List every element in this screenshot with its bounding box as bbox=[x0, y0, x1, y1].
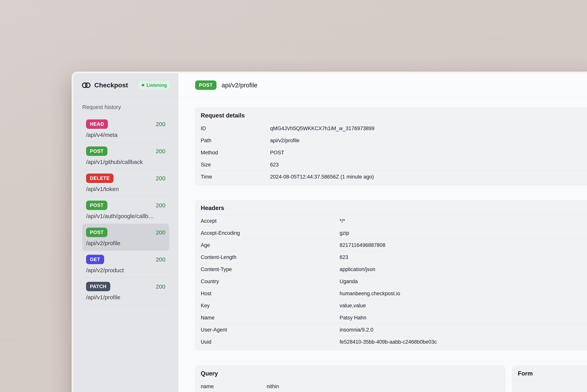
request-history-title: Request history bbox=[82, 104, 169, 110]
request-path: /api/v2/profile bbox=[86, 240, 165, 246]
query-rows: namenithinviewExtratrue bbox=[195, 380, 505, 392]
row-value: qMG4JVh5Q5WKKCX7h1iM_w_3176973899 bbox=[270, 126, 587, 132]
row-value: humanbeeng.checkpost.io bbox=[340, 291, 587, 296]
data-row: Pathapi/v2/profile bbox=[195, 134, 587, 146]
listening-badge: Listening bbox=[139, 81, 170, 90]
main-header: POST api/v2/profile bbox=[178, 73, 587, 97]
row-value: 623 bbox=[340, 254, 587, 260]
main-panel: POST api/v2/profile Request details IDqM… bbox=[178, 73, 587, 392]
query-card: Query namenithinviewExtratrue bbox=[195, 366, 505, 392]
badge-row: HEAD200 bbox=[86, 120, 165, 129]
data-row: NamePatsy Hahn bbox=[195, 312, 587, 324]
row-label: Key bbox=[201, 303, 340, 309]
row-value: fe528410-35bb-409b-aabb-c2468b0be03c bbox=[340, 339, 587, 345]
data-row: Size623 bbox=[195, 158, 587, 171]
method-badge: POST bbox=[86, 228, 107, 237]
brand-name: Checkpost bbox=[94, 82, 128, 89]
method-badge: POST bbox=[86, 146, 107, 156]
status-code: 200 bbox=[156, 175, 165, 182]
form-card: Form bbox=[512, 366, 587, 392]
card-title: Query bbox=[195, 366, 505, 380]
row-label: User-Agent bbox=[201, 327, 340, 333]
request-history-item[interactable]: POST200/api/v1/github/callback bbox=[82, 142, 169, 170]
method-badge: PATCH bbox=[86, 282, 110, 291]
card-title: Request details bbox=[195, 108, 587, 122]
status-code: 200 bbox=[156, 283, 165, 290]
headers-rows: Accept*/*Accept-EncodinggzipAge821711649… bbox=[195, 215, 587, 350]
request-path: /api/v1/token bbox=[86, 186, 165, 192]
row-value: application/json bbox=[340, 266, 587, 272]
app-frame: Checkpost Listening Request history HEAD… bbox=[73, 73, 587, 392]
sidebar: Checkpost Listening Request history HEAD… bbox=[73, 73, 178, 392]
row-label: Age bbox=[201, 242, 340, 248]
status-code: 200 bbox=[156, 121, 165, 128]
row-value: Patsy Hahn bbox=[340, 315, 587, 321]
request-list: HEAD200/api/v4/metaPOST200/api/v1/github… bbox=[82, 115, 169, 305]
status-dot bbox=[142, 84, 144, 86]
data-row: Age8217116496887808 bbox=[195, 239, 587, 251]
request-history-item[interactable]: GET200/api/v2/product bbox=[82, 251, 169, 278]
row-label: Size bbox=[201, 162, 270, 168]
request-history-item[interactable]: PATCH200/api/v1/profile bbox=[82, 278, 169, 305]
row-label: Content-Length bbox=[201, 254, 340, 260]
bottom-cards-row: Query namenithinviewExtratrue Form bbox=[195, 366, 587, 392]
status-code: 200 bbox=[156, 256, 165, 263]
data-row: Time2024-08-05T12:44:37.58656Z (1 minute… bbox=[195, 171, 587, 183]
badge-row: POST200 bbox=[86, 228, 165, 237]
badge-row: POST200 bbox=[86, 200, 165, 210]
badge-row: GET200 bbox=[86, 255, 165, 264]
data-row: Content-Length623 bbox=[195, 251, 587, 263]
badge-row: POST200 bbox=[86, 146, 165, 156]
request-path: /api/v1/auth/google/callb… bbox=[86, 213, 165, 220]
data-row: Accept*/* bbox=[195, 215, 587, 227]
row-label: Content-Type bbox=[201, 266, 340, 272]
data-row: Content-Typeapplication/json bbox=[195, 263, 587, 275]
checkpost-window: Checkpost Listening Request history HEAD… bbox=[72, 72, 587, 392]
data-row: User-Agentinsomnia/9.2.0 bbox=[195, 324, 587, 336]
row-label: Path bbox=[201, 138, 270, 144]
request-history-item[interactable]: POST200/api/v1/auth/google/callb… bbox=[82, 196, 169, 224]
status-code: 200 bbox=[156, 202, 165, 209]
chain-link-icon bbox=[82, 82, 92, 89]
row-label: Accept bbox=[201, 218, 340, 224]
headers-card: Headers Accept*/*Accept-EncodinggzipAge8… bbox=[195, 200, 587, 350]
card-title: Form bbox=[512, 366, 587, 380]
data-row: Uuidfe528410-35bb-409b-aabb-c2468b0be03c bbox=[195, 336, 587, 348]
listening-label: Listening bbox=[146, 83, 167, 88]
request-path: /api/v4/meta bbox=[86, 132, 165, 138]
row-value: api/v2/profile bbox=[270, 138, 587, 144]
request-history-panel: Request history HEAD200/api/v4/metaPOST2… bbox=[73, 97, 178, 392]
method-badge: HEAD bbox=[86, 120, 108, 129]
request-history-item[interactable]: DELETE200/api/v1/token bbox=[82, 170, 169, 196]
row-value: value,value bbox=[340, 303, 587, 309]
request-history-item[interactable]: HEAD200/api/v4/meta bbox=[82, 115, 169, 142]
data-row: Keyvalue,value bbox=[195, 300, 587, 312]
details-rows: IDqMG4JVh5Q5WKKCX7h1iM_w_3176973899Patha… bbox=[195, 122, 587, 185]
sidebar-header: Checkpost Listening bbox=[73, 73, 178, 97]
badge-row: PATCH200 bbox=[86, 282, 165, 291]
data-row: CountryUganda bbox=[195, 275, 587, 288]
request-detail-content: Request details IDqMG4JVh5Q5WKKCX7h1iM_w… bbox=[178, 97, 587, 392]
method-badge: GET bbox=[86, 255, 104, 264]
row-label: Uuid bbox=[201, 339, 340, 345]
data-row: Hosthumanbeeng.checkpost.io bbox=[195, 288, 587, 300]
row-value: 623 bbox=[270, 162, 587, 168]
row-value: insomnia/9.2.0 bbox=[340, 327, 587, 333]
row-value: Uganda bbox=[340, 278, 587, 284]
brand[interactable]: Checkpost bbox=[82, 82, 128, 89]
method-badge: DELETE bbox=[86, 174, 114, 183]
row-label: Time bbox=[201, 174, 270, 180]
row-label: name bbox=[201, 384, 267, 390]
request-path: /api/v1/profile bbox=[86, 294, 165, 300]
row-label: Name bbox=[201, 315, 340, 321]
data-row: Accept-Encodinggzip bbox=[195, 227, 587, 239]
request-history-item[interactable]: POST200/api/v2/profile bbox=[82, 224, 169, 251]
row-value: nithin bbox=[267, 384, 500, 390]
request-path: /api/v2/product bbox=[86, 267, 165, 274]
status-code: 200 bbox=[156, 148, 165, 154]
row-value: gzip bbox=[340, 230, 587, 236]
row-value: */* bbox=[340, 218, 587, 224]
row-label: Accept-Encoding bbox=[201, 230, 340, 236]
row-value: 8217116496887808 bbox=[340, 242, 587, 248]
data-row: IDqMG4JVh5Q5WKKCX7h1iM_w_3176973899 bbox=[195, 122, 587, 134]
